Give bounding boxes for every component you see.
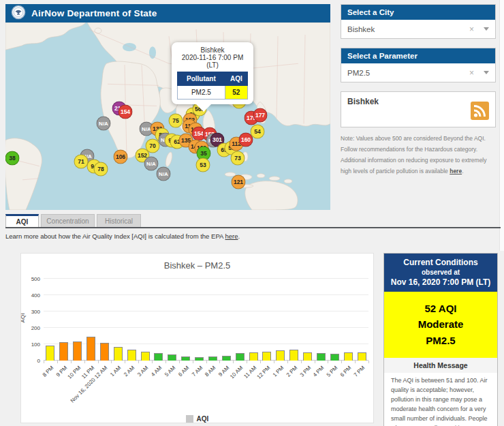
aqi-value: 52 AQI [384,301,497,316]
map-marker[interactable]: 154 [119,105,133,119]
x-tick [315,361,315,363]
aqi-bar[interactable] [73,341,82,361]
health-message-text: The AQI is between 51 and 100. Air quali… [384,373,497,426]
aqi-bar[interactable] [100,343,109,361]
aqi-bar[interactable] [276,350,285,361]
tab-bar: AQI Concentration Historical [5,214,141,227]
gridline [44,294,368,295]
aqi-bar[interactable] [222,356,231,361]
rss-city-label: Bishkek [347,97,489,106]
chevron-down-icon[interactable] [484,27,489,31]
map-popup: Bishkek 2020-11-16 7:00 PM (LT) Pollutan… [172,42,253,104]
aqi-bar[interactable] [154,353,163,361]
aqi-bar[interactable] [317,353,326,361]
chart-legend: AQI [21,415,373,423]
aqi-bar-chart: Bishkek – PM2.5 AQI 0100200300400500 8 P… [20,253,374,423]
dos-seal-icon [11,5,26,22]
map-marker[interactable]: 177 [253,108,268,123]
x-tick [341,361,342,363]
aqi-bar[interactable] [46,346,54,361]
aqi-bar[interactable] [86,337,95,361]
x-tick [152,361,153,363]
clear-icon[interactable]: × [469,25,474,34]
map-marker[interactable]: 106 [114,150,128,164]
map-marker[interactable]: 73 [231,151,245,166]
aqi-summary-block: 52 AQI Moderate PM2.5 [384,292,497,358]
gridline [44,311,368,311]
note-suffix: . [462,168,463,174]
airnow-page: AirNow Department of State [0,0,504,426]
rss-icon[interactable] [471,102,489,123]
city-select[interactable]: Bishkek × [341,20,495,38]
learn-more-suffix: . [238,232,240,240]
chevron-down-icon[interactable] [484,71,489,74]
popup-pollutant-value: PM2.5 [178,86,225,100]
city-select-header: Select a City [341,5,495,20]
observed-datetime: Nov 16, 2020 7:00 PM (LT) [387,277,494,287]
x-tick [328,361,328,363]
city-select-widget: Select a City Bishkek × [341,4,496,39]
map-marker[interactable]: N/A [97,117,111,131]
world-map[interactable]: 38N/A719478N/A212154106N/A13385N/A946270… [5,22,330,210]
popup-aqi-table: Pollutant AQI PM2.5 52 [177,72,248,100]
map-marker[interactable]: 38 [5,151,20,166]
x-tick [84,361,85,363]
x-tick [44,361,44,363]
aqi-bar[interactable] [114,347,123,361]
aqi-bar[interactable] [249,352,258,361]
aqi-bar[interactable] [344,352,353,361]
x-tick [233,361,234,363]
x-tick [166,361,166,363]
x-tick [71,361,72,363]
x-tick [193,361,193,363]
scrollbar-track[interactable] [499,0,504,251]
clear-icon[interactable]: × [469,68,474,78]
legend-swatch [186,415,193,423]
map-marker[interactable]: N/A [157,167,171,181]
aqi-bar[interactable] [358,352,366,361]
aqi-bar[interactable] [330,354,339,361]
learn-more-text: Learn more about how the Air Quality Ind… [5,232,240,240]
aqi-bar[interactable] [59,342,68,361]
x-tick [111,361,112,363]
gridline [44,327,368,328]
note-here-link[interactable]: here [450,168,462,174]
map-marker[interactable]: 75 [169,114,183,128]
x-tick [355,361,356,363]
aqi-bar[interactable] [236,353,245,361]
parameter-select-value: PM2.5 [347,69,469,77]
map-marker[interactable]: N/A [144,157,159,171]
popup-col-pollutant: Pollutant [178,72,225,86]
aqi-bar[interactable] [195,357,204,361]
popup-tail [196,104,211,112]
tab-concentration[interactable]: Concentration [41,214,95,227]
parameter-select[interactable]: PM2.5 × [341,63,495,82]
aqi-bar[interactable] [303,352,312,361]
aqi-bar[interactable] [289,350,298,361]
map-marker[interactable]: 121 [232,175,246,189]
map-marker[interactable]: 71 [74,155,89,169]
page-title: AirNow Department of State [31,8,157,18]
aqi-bar[interactable] [262,352,271,361]
popup-aqi-value: 52 [225,86,247,100]
observed-at-label: observed at [387,269,494,276]
popup-datetime: 2020-11-16 7:00 PM [174,54,251,61]
y-tick-label: 500 [22,276,40,282]
map-marker[interactable]: 78 [94,162,108,177]
x-tick [260,361,261,363]
aqi-bar[interactable] [127,350,136,361]
learn-more-prefix: Learn more about how the Air Quality Ind… [5,232,225,240]
aqi-bar[interactable] [141,352,150,361]
aqi-bar[interactable] [181,356,190,361]
aqi-bar[interactable] [168,354,176,361]
map-marker[interactable]: 53 [196,158,210,172]
tab-divider [5,227,501,228]
aqi-bar[interactable] [208,356,217,361]
y-tick-label: 200 [22,325,40,331]
tab-aqi[interactable]: AQI [5,214,39,227]
epa-here-link[interactable]: here [225,232,238,240]
map-marker[interactable]: 54 [251,125,265,139]
tab-historical[interactable]: Historical [97,214,141,227]
note-text: Note: Values above 500 are considered Be… [341,135,487,174]
y-tick-label: 300 [22,309,40,315]
